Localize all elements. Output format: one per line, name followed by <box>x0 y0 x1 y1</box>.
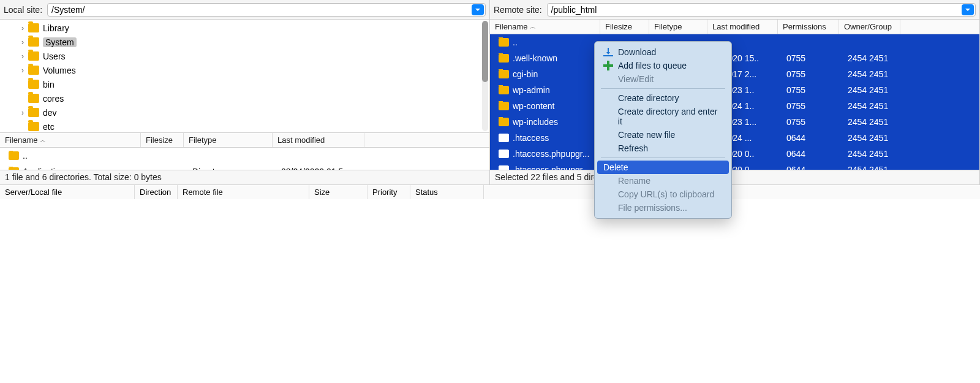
folder-icon <box>28 108 39 117</box>
tree-label: Users <box>43 51 66 61</box>
list-item[interactable]: .well-known3/2020 15..07552454 2451 <box>490 50 979 66</box>
file-name: wp-admin <box>513 85 550 95</box>
tree-item[interactable]: ›System <box>13 35 489 49</box>
file-permissions: 0755 <box>782 69 843 79</box>
tree-item[interactable]: ›Library <box>13 21 489 35</box>
tree-item[interactable]: ›etc <box>13 119 489 133</box>
folder-icon <box>28 23 39 32</box>
ctx-create-file[interactable]: Create new file <box>595 128 731 142</box>
remote-path-bar: Remote site: <box>490 0 979 20</box>
qcol-server[interactable]: Server/Local file <box>0 185 135 199</box>
chevron-right-icon: › <box>18 108 27 117</box>
tree-item[interactable]: ›cores <box>13 91 489 105</box>
col-ownergroup[interactable]: Owner/Group <box>839 20 900 34</box>
qcol-size[interactable]: Size <box>309 185 368 199</box>
file-owner: 2454 2451 <box>843 69 904 79</box>
col-permissions[interactable]: Permissions <box>778 20 839 34</box>
tree-label: dev <box>43 108 57 118</box>
file-name: .htaccess <box>513 133 549 143</box>
ctx-create-directory-enter[interactable]: Create directory and enter it <box>595 105 731 128</box>
local-file-list[interactable]: ..ApplicationsDirectory08/24/2022 01:5..… <box>0 148 489 170</box>
folder-icon <box>9 167 19 170</box>
file-permissions: 0644 <box>782 133 843 143</box>
list-item[interactable]: cgi-bin2/2017 2...07552454 2451 <box>490 66 979 82</box>
tree-label: System <box>43 37 77 47</box>
tree-item[interactable]: ›Users <box>13 49 489 63</box>
remote-path-dropdown-button[interactable] <box>962 4 974 15</box>
file-name: wp-includes <box>513 117 558 127</box>
folder-icon <box>28 37 39 47</box>
local-column-header: Filename︿ Filesize Filetype Last modifie… <box>0 133 489 148</box>
ctx-download[interactable]: Download <box>595 45 731 59</box>
folder-icon <box>499 38 509 47</box>
file-permissions: 0755 <box>782 117 843 127</box>
local-path-bar: Local site: <box>0 0 489 20</box>
queue-column-header: Server/Local file Direction Remote file … <box>0 184 980 199</box>
chevron-right-icon: › <box>18 24 27 32</box>
file-name: .well-known <box>513 53 557 63</box>
file-owner: 2454 2451 <box>843 133 904 143</box>
col-filename[interactable]: Filename︿ <box>0 133 141 147</box>
qcol-remote[interactable]: Remote file <box>178 185 309 199</box>
local-path-dropdown-button[interactable] <box>472 4 484 15</box>
folder-icon <box>499 70 509 78</box>
tree-label: cores <box>43 94 64 104</box>
qcol-status[interactable]: Status <box>410 185 484 199</box>
tree-item[interactable]: ›dev <box>13 105 489 119</box>
list-item[interactable]: .. <box>490 34 979 50</box>
file-icon <box>499 134 509 142</box>
list-item[interactable]: wp-includes7/2023 1...07552454 2451 <box>490 114 979 130</box>
list-item[interactable]: .htaccess8/2024 ...06442454 2451 <box>490 130 979 146</box>
list-item[interactable]: .. <box>0 148 489 164</box>
local-site-label: Local site: <box>4 5 42 15</box>
file-icon <box>499 150 509 158</box>
context-menu: Download Add files to queue View/Edit Cr… <box>594 41 732 219</box>
file-name: cgi-bin <box>513 69 538 79</box>
tree-item[interactable]: ›bin <box>13 77 489 91</box>
remote-path-input[interactable] <box>551 5 962 15</box>
ctx-add-to-queue[interactable]: Add files to queue <box>595 59 731 72</box>
col-filetype[interactable]: Filetype <box>649 20 707 34</box>
remote-pane: Remote site: Filename︿ Filesize Filetype… <box>490 0 980 184</box>
tree-item[interactable]: ›Volumes <box>13 63 489 77</box>
col-filesize[interactable]: Filesize <box>141 133 184 147</box>
scrollbar-thumb[interactable] <box>482 21 488 82</box>
col-lastmodified[interactable]: Last modified <box>273 133 364 147</box>
sort-asc-icon: ︿ <box>40 136 46 145</box>
ctx-view-edit: View/Edit <box>595 72 731 86</box>
col-filesize[interactable]: Filesize <box>600 20 649 34</box>
col-filename[interactable]: Filename︿ <box>490 20 600 34</box>
folder-icon <box>499 54 509 63</box>
local-status: 1 file and 6 directories. Total size: 0 … <box>0 170 489 184</box>
folder-icon <box>9 151 19 160</box>
remote-site-label: Remote site: <box>494 5 542 15</box>
menu-separator <box>601 88 725 89</box>
col-lastmodified[interactable]: Last modified <box>707 20 778 34</box>
plus-icon <box>603 61 613 70</box>
list-item[interactable]: .htaccess.phpupgr...1/2020 0..06442454 2… <box>490 162 979 170</box>
list-item[interactable]: wp-admin8/2023 1..07552454 2451 <box>490 82 979 98</box>
chevron-right-icon: › <box>18 38 27 47</box>
list-item[interactable]: wp-content9/2024 1..07552454 2451 <box>490 98 979 114</box>
local-path-input[interactable] <box>51 5 472 15</box>
file-name: wp-content <box>513 101 554 111</box>
ctx-create-directory[interactable]: Create directory <box>595 91 731 105</box>
local-folder-tree[interactable]: ›Library›System›Users›Volumes›bin›cores›… <box>0 20 489 133</box>
col-filetype[interactable]: Filetype <box>184 133 273 147</box>
ctx-refresh[interactable]: Refresh <box>595 142 731 155</box>
ctx-delete[interactable]: Delete <box>597 161 729 174</box>
local-pane: Local site: ›Library›System›Users›Volume… <box>0 0 490 184</box>
file-owner: 2454 2451 <box>843 149 904 159</box>
list-item[interactable]: ApplicationsDirectory08/24/2022 01:5.. <box>0 164 489 170</box>
remote-file-list[interactable]: ...well-known3/2020 15..07552454 2451cgi… <box>490 34 979 170</box>
qcol-priority[interactable]: Priority <box>368 185 410 199</box>
file-owner: 2454 2451 <box>843 165 904 170</box>
remote-path-combo[interactable] <box>547 3 976 17</box>
qcol-direction[interactable]: Direction <box>135 185 178 199</box>
ctx-copy-url: Copy URL(s) to clipboard <box>595 188 731 201</box>
folder-icon <box>499 102 509 110</box>
local-path-combo[interactable] <box>47 3 486 17</box>
folder-icon <box>28 122 39 131</box>
file-permissions: 0755 <box>782 101 843 111</box>
list-item[interactable]: .htaccess.phpupgr...1/2020 0..06442454 2… <box>490 146 979 162</box>
